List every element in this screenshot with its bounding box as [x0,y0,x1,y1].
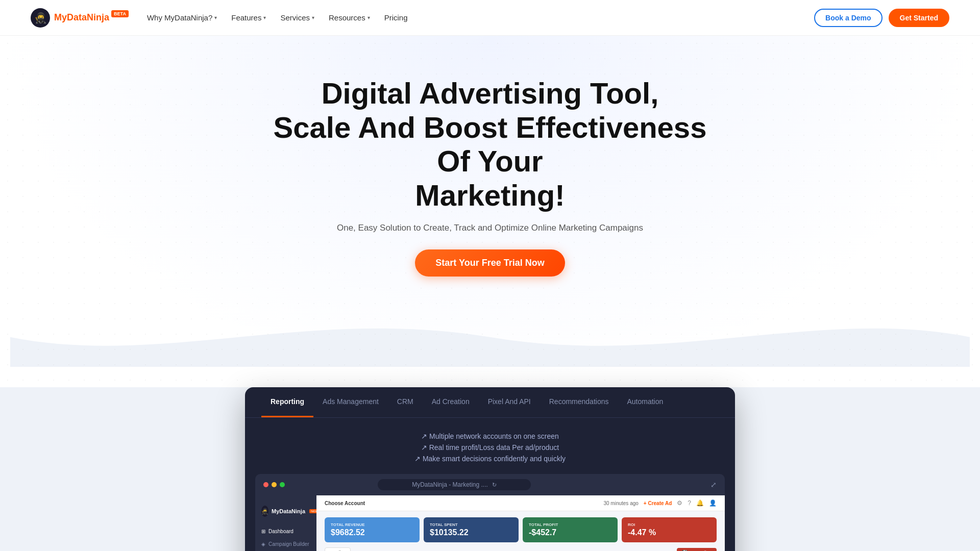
tab-recommendations[interactable]: Recommendations [540,387,618,417]
nav-link-why[interactable]: Why MyDataNinja? ▾ [147,13,217,22]
hero-section: Digital Advertising Tool, Scale And Boos… [0,36,980,387]
features-list: Multiple network accounts on one screen … [245,418,735,474]
feature-point-3: Make smart decisions confidently and qui… [261,455,719,463]
browser-bar: MyDataNinja - Marketing .... ↻ ⤢ [255,474,725,495]
nav-links: Why MyDataNinja? ▾ Features ▾ Services ▾… [147,13,408,22]
settings-icon[interactable]: ⚙ [677,499,682,507]
stat-label-revenue: Total REVENUE [331,522,413,527]
hero-subtitle: One, Easy Solution to Create, Track and … [10,223,970,233]
stat-card-roi: ROI -4.47 % [622,517,717,542]
stat-card-revenue: Total REVENUE $9682.52 [325,517,420,542]
app-main: Choose Account 30 minutes ago + Create A… [316,495,725,551]
nav-link-pricing[interactable]: Pricing [384,13,408,22]
nav-right: Book a Demo Get Started [814,9,949,27]
notification-icon[interactable]: 🔔 [696,499,704,507]
tab-ads-management[interactable]: Ads Management [313,387,388,417]
tab-ad-creation[interactable]: Ad Creation [423,387,479,417]
stat-label-roi: ROI [628,522,710,527]
browser-dots [263,482,285,487]
stat-label-profit: Total PROFIT [529,522,611,527]
feature-point-1: Multiple network accounts on one screen [261,432,719,440]
sidebar-logo: 🥷 MyDataNinja NEW [255,502,316,525]
sidebar-item-dashboard[interactable]: ⊞ Dashboard [255,525,316,538]
stat-card-spent: Total SPENT $10135.22 [424,517,519,542]
expand-icon[interactable]: ⤢ [710,481,717,489]
logo-icon [31,8,50,28]
campaign-icon: ◈ [261,541,265,547]
dashboard-icon: ⊞ [261,529,265,534]
app-body: Total REVENUE $9682.52 Total SPENT $1013… [316,511,725,551]
app-sidebar: 🥷 MyDataNinja NEW ⊞ Dashboard ◈ Campaign… [255,495,316,551]
nav-link-features[interactable]: Features ▾ [231,13,266,22]
sidebar-logo-text: MyDataNinja [272,508,305,514]
refresh-icon: ↻ [492,482,497,488]
stat-value-spent: $10135.22 [430,528,512,537]
sidebar-item-campaign-builder[interactable]: ◈ Campaign Builder [255,538,316,550]
free-trial-button[interactable]: Start Your Free Trial Now [415,249,565,277]
stat-label-spent: Total SPENT [430,522,512,527]
browser-url-bar[interactable]: MyDataNinja - Marketing .... ↻ [378,479,531,490]
get-started-button[interactable]: Get Started [889,9,949,27]
wave-decoration [10,307,970,367]
tab-automation[interactable]: Automation [618,387,672,417]
dashboard-section: Reporting Ads Management CRM Ad Creation… [0,387,980,551]
topbar-actions: 30 minutes ago + Create Ad ⚙ ? 🔔 👤 [603,499,717,507]
navbar: MyDataNinja BETA Why MyDataNinja? ▾ Feat… [0,0,980,36]
dashboard-card: Reporting Ads Management CRM Ad Creation… [245,387,735,551]
browser-mockup: MyDataNinja - Marketing .... ↻ ⤢ 🥷 MyDat… [255,474,725,551]
topbar-account[interactable]: Choose Account [325,500,365,506]
nav-link-services[interactable]: Services ▾ [280,13,314,22]
book-demo-button[interactable]: Book a Demo [814,9,882,27]
logo[interactable]: MyDataNinja BETA [31,8,131,28]
beta-badge: BETA [111,10,129,17]
chevron-down-icon: ▾ [368,15,370,20]
tab-reporting[interactable]: Reporting [261,387,313,417]
topbar-time: 30 minutes ago [603,500,638,506]
feature-tabs: Reporting Ads Management CRM Ad Creation… [245,387,735,418]
tab-crm[interactable]: CRM [388,387,423,417]
tab-pixel-api[interactable]: Pixel And API [479,387,540,417]
logo-text: MyDataNinja [54,12,109,23]
dot-maximize [280,482,285,487]
nav-left: MyDataNinja BETA Why MyDataNinja? ▾ Feat… [31,8,408,28]
filter-button[interactable]: ▼ Filter [325,547,351,551]
dot-close [263,482,268,487]
app-topbar: Choose Account 30 minutes ago + Create A… [316,495,725,511]
chevron-down-icon: ▾ [214,15,217,20]
chevron-down-icon: ▾ [263,15,266,20]
app-screenshot: 🥷 MyDataNinja NEW ⊞ Dashboard ◈ Campaign… [255,495,725,551]
save-filter-button[interactable]: 💾 Save Filter [677,548,717,551]
stat-value-revenue: $9682.52 [331,528,413,537]
nav-link-resources[interactable]: Resources ▾ [329,13,370,22]
filter-row: ▼ Filter 💾 Save Filter [325,547,717,551]
help-icon[interactable]: ? [688,499,691,507]
stat-value-profit: -$452.7 [529,528,611,537]
user-icon[interactable]: 👤 [709,499,717,507]
stat-value-roi: -4.47 % [628,528,710,537]
dot-minimize [272,482,277,487]
sidebar-logo-icon: 🥷 [261,506,268,517]
create-ad-button[interactable]: + Create Ad [644,500,672,506]
hero-title: Digital Advertising Tool, Scale And Boos… [260,77,720,213]
stats-row: Total REVENUE $9682.52 Total SPENT $1013… [325,517,717,542]
stat-card-profit: Total PROFIT -$452.7 [523,517,618,542]
chevron-down-icon: ▾ [312,15,314,20]
feature-point-2: Real time profit/Loss data Per ad/produc… [261,443,719,452]
